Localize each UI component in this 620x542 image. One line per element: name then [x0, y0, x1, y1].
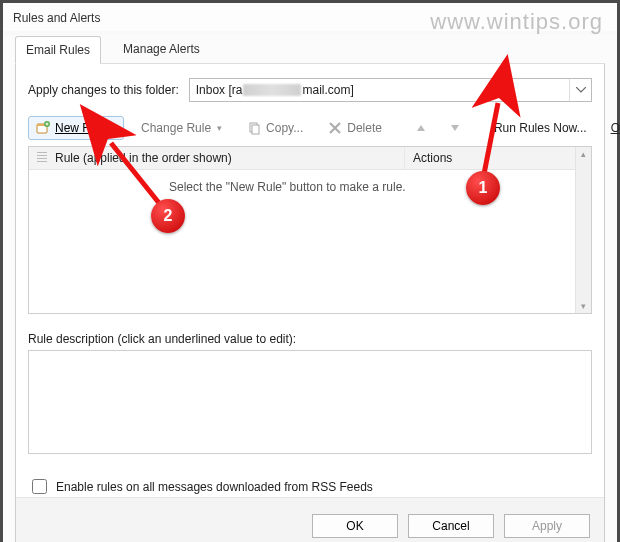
- triangle-up-icon: [416, 123, 426, 133]
- cancel-button[interactable]: Cancel: [408, 514, 494, 538]
- rss-checkbox[interactable]: [32, 479, 47, 494]
- delete-icon: [327, 120, 343, 136]
- new-rule-button[interactable]: New Rule...: [28, 116, 124, 140]
- rules-list-body: Select the "New Rule" button to make a r…: [29, 170, 591, 313]
- move-down-button[interactable]: [443, 119, 467, 137]
- folder-combobox[interactable]: Inbox [ramail.com]: [189, 78, 592, 102]
- column-header-actions[interactable]: Actions: [405, 147, 591, 169]
- copy-button[interactable]: Copy...: [239, 116, 310, 140]
- vertical-scrollbar[interactable]: ▴ ▾: [575, 147, 591, 313]
- folder-label: Apply changes to this folder:: [28, 83, 179, 97]
- chevron-down-icon[interactable]: [569, 79, 591, 101]
- folder-combobox-value: Inbox [ramail.com]: [190, 83, 569, 97]
- tab-email-rules[interactable]: Email Rules: [15, 36, 101, 64]
- tab-manage-alerts[interactable]: Manage Alerts: [113, 36, 210, 64]
- column-header-rule[interactable]: Rule (applied in the order shown): [29, 147, 405, 169]
- change-rule-button[interactable]: Change Rule▾: [134, 117, 229, 139]
- redacted-text: [243, 84, 301, 96]
- run-rules-now-button[interactable]: Run Rules Now...: [487, 117, 594, 139]
- rule-description-label: Rule description (click an underlined va…: [28, 332, 592, 346]
- tab-strip: Email Rules Manage Alerts: [15, 35, 605, 64]
- scroll-up-icon: ▴: [581, 149, 586, 159]
- folder-selector-row: Apply changes to this folder: Inbox [ram…: [28, 78, 592, 102]
- rules-list: Rule (applied in the order shown) Action…: [28, 146, 592, 314]
- apply-button[interactable]: Apply: [504, 514, 590, 538]
- rule-description-box: [28, 350, 592, 454]
- move-up-button[interactable]: [409, 119, 433, 137]
- triangle-down-icon: [450, 123, 460, 133]
- delete-button[interactable]: Delete: [320, 116, 389, 140]
- options-button[interactable]: Options: [604, 117, 620, 139]
- copy-icon: [246, 120, 262, 136]
- tab-panel: Apply changes to this folder: Inbox [ram…: [15, 64, 605, 542]
- dialog-content: Email Rules Manage Alerts Apply changes …: [3, 35, 617, 542]
- new-rule-icon: [35, 120, 51, 136]
- dialog-button-bar: OK Cancel Apply: [16, 497, 604, 542]
- dialog-window: Rules and Alerts www.wintips.org Email R…: [0, 0, 620, 542]
- grip-icon: [37, 152, 47, 164]
- empty-rules-message: Select the "New Rule" button to make a r…: [29, 170, 591, 194]
- window-title: Rules and Alerts: [3, 3, 617, 31]
- rss-checkbox-label: Enable rules on all messages downloaded …: [56, 480, 373, 494]
- rss-checkbox-row: Enable rules on all messages downloaded …: [28, 476, 592, 497]
- svg-rect-4: [252, 125, 259, 134]
- toolbar: New Rule... Change Rule▾ Copy... Delete: [28, 114, 592, 146]
- chevron-down-icon: ▾: [217, 123, 222, 133]
- rules-list-header: Rule (applied in the order shown) Action…: [29, 147, 591, 170]
- ok-button[interactable]: OK: [312, 514, 398, 538]
- scroll-down-icon: ▾: [581, 301, 586, 311]
